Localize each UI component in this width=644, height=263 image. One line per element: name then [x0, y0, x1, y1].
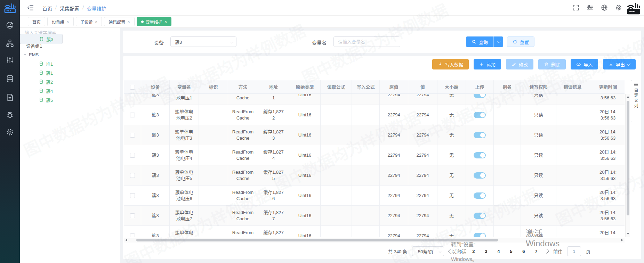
page-size-select[interactable]: 50条/页 — [412, 246, 444, 256]
device-select[interactable]: 簇3 — [170, 36, 236, 47]
search-dropdown-button[interactable] — [493, 36, 503, 47]
custom-columns-tab[interactable]: 自定义列 — [631, 80, 641, 122]
write-data-button[interactable]: 写入数据 — [432, 59, 469, 69]
row-checkbox[interactable] — [130, 173, 135, 178]
close-icon[interactable]: × — [95, 19, 98, 24]
cell-identifier — [199, 125, 228, 145]
page-number-4[interactable]: 4 — [495, 249, 502, 254]
database-icon[interactable] — [6, 74, 14, 83]
upload-toggle[interactable] — [474, 233, 486, 237]
breadcrumb-collect-config[interactable]: 采集配置 — [60, 5, 79, 12]
fullscreen-icon[interactable] — [572, 4, 580, 11]
row-checkbox[interactable] — [130, 213, 135, 218]
close-icon[interactable]: × — [164, 19, 167, 24]
cell-address: 缓存1,8277 — [263, 209, 285, 222]
next-page-button[interactable] — [544, 249, 549, 254]
upload-toggle[interactable] — [474, 152, 486, 158]
tree-node-label: 簇2 — [46, 79, 53, 85]
edit-button[interactable]: 修改 — [506, 59, 533, 69]
page-number-6[interactable]: 6 — [520, 249, 528, 254]
export-button[interactable]: 导出 — [603, 59, 636, 69]
tab-variable-maintenance[interactable]: 变量维护× — [137, 17, 172, 26]
cell-variable: 簇单体电池电压1 — [174, 94, 194, 101]
tree-node-cluster3[interactable]: 簇3 — [20, 34, 63, 44]
select-all-checkbox[interactable] — [130, 85, 135, 90]
row-checkbox[interactable] — [130, 94, 135, 97]
page-number-3[interactable]: 3 — [482, 249, 490, 254]
close-icon[interactable]: × — [127, 19, 130, 24]
document-icon[interactable] — [6, 93, 14, 102]
cell-raw-type: Uint16 — [289, 105, 321, 125]
goto-page-input[interactable] — [567, 246, 581, 256]
breadcrumb-home[interactable]: 首页 — [42, 5, 52, 12]
bug-icon[interactable] — [6, 110, 14, 119]
search-button[interactable]: 查询 — [466, 36, 493, 47]
page-number-1[interactable]: 1 — [457, 249, 465, 254]
tab-device-group[interactable]: 设备组× — [47, 17, 74, 26]
table-row: 簇3 簇单体电池电压3 ReadFrom Cache 缓存1,8273 Uint… — [124, 125, 625, 145]
gear-icon[interactable] — [6, 128, 14, 137]
device-tree-icon[interactable] — [6, 39, 14, 48]
upload-toggle[interactable] — [474, 112, 486, 118]
scroll-right-arrow[interactable] — [621, 239, 623, 241]
tree-node-cluster2[interactable]: 簇2 — [20, 77, 120, 86]
tuning-icon[interactable] — [6, 56, 14, 64]
reset-button[interactable]: 重置 — [507, 36, 534, 47]
caret-down-icon[interactable] — [24, 54, 26, 56]
variable-name-input[interactable] — [334, 37, 400, 47]
upload-toggle[interactable] — [474, 213, 486, 219]
row-checkbox[interactable] — [130, 233, 135, 237]
add-button[interactable]: 添加 — [474, 59, 501, 69]
row-checkbox[interactable] — [130, 193, 135, 198]
vertical-scroll-thumb[interactable] — [627, 101, 629, 215]
filter-bar: 设备 簇3 变量名 查询 重置 — [123, 31, 641, 53]
battery-icon — [39, 88, 43, 93]
cell-endian: 无 — [437, 145, 466, 165]
prev-page-button[interactable] — [448, 249, 453, 254]
upload-toggle[interactable] — [474, 192, 486, 199]
cell-method: ReadFrom Cache — [228, 165, 258, 185]
cell-variable: 簇单体电池电压7 — [174, 209, 194, 222]
upload-toggle[interactable] — [474, 132, 486, 138]
cell-raw-value: 22794 — [380, 94, 408, 105]
row-checkbox[interactable] — [130, 133, 135, 138]
tree-node-stack1[interactable]: 堆1 — [20, 59, 120, 68]
delete-button[interactable]: 删除 — [538, 59, 566, 69]
globe-icon[interactable] — [601, 4, 608, 11]
cell-value: 22794 — [408, 226, 437, 237]
horizontal-scroll-thumb[interactable] — [136, 239, 498, 241]
app-logo-icon — [3, 1, 17, 15]
collapse-menu-icon[interactable] — [27, 4, 34, 11]
breadcrumb-separator: / — [55, 5, 57, 12]
row-checkbox[interactable] — [130, 153, 135, 158]
close-icon[interactable]: × — [66, 19, 69, 24]
filter-lines-icon[interactable] — [586, 4, 594, 11]
upload-toggle[interactable] — [474, 94, 486, 98]
tab-sub-device[interactable]: 子设备× — [76, 17, 102, 26]
button-label: 导出 — [616, 61, 625, 68]
col-variable: 变量名 — [170, 80, 199, 94]
dashboard-icon[interactable] — [6, 21, 14, 30]
tree-node-cluster4[interactable]: 簇4 — [20, 86, 120, 95]
import-button[interactable]: 导入 — [571, 59, 598, 69]
scroll-left-arrow[interactable] — [125, 239, 127, 241]
page-number-5[interactable]: 5 — [507, 249, 515, 254]
cell-value: 22794 — [408, 125, 437, 145]
tree-node-cluster1[interactable]: 簇1 — [20, 68, 120, 77]
page-number-7[interactable]: 7 — [532, 249, 540, 254]
cell-address: 缓存1,8271 — [263, 94, 285, 101]
tab-comm-config[interactable]: 通讯配置× — [104, 17, 135, 26]
tree-node-cluster5[interactable]: 簇5 — [20, 95, 120, 104]
cell-permission: 只读 — [521, 206, 556, 225]
cell-error — [556, 186, 589, 205]
row-checkbox[interactable] — [130, 113, 135, 117]
tab-home[interactable]: 首页 — [28, 17, 45, 26]
upload-toggle[interactable] — [474, 172, 486, 179]
tree-node-ems[interactable]: EMS — [20, 50, 120, 59]
page-number-2[interactable]: 2 — [470, 249, 477, 254]
scroll-up-arrow[interactable] — [627, 96, 629, 98]
cell-read-formula — [321, 105, 352, 125]
gear-icon[interactable] — [615, 4, 622, 11]
scroll-down-arrow[interactable] — [627, 233, 629, 235]
device-filter-label: 设备 — [154, 39, 164, 46]
